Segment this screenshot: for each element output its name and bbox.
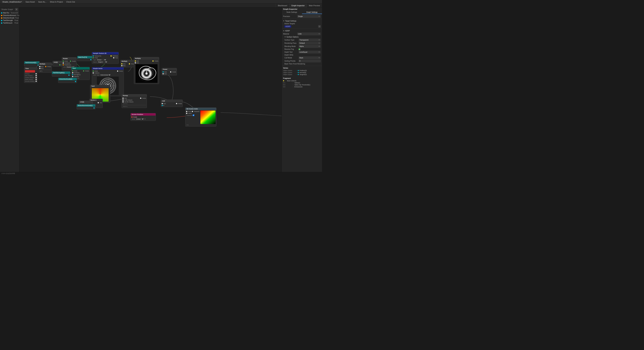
node-body-power: A(4) Out(4) B(4) xyxy=(162,70,177,75)
tab-blackboard[interactable]: Blackboard xyxy=(276,4,289,7)
node-distortion-amount-ref[interactable]: DistortionAmount(1) xyxy=(77,104,96,109)
target-settings-header[interactable]: ▼ Target Settings xyxy=(282,19,322,22)
port-sine: Sine Time(1) xyxy=(25,75,37,76)
node-add[interactable]: Add A(1) Out(4) B xyxy=(161,100,183,107)
tab-graph-inspector[interactable]: Graph Inspector xyxy=(289,4,307,7)
port-dot-outminmax xyxy=(122,101,124,102)
shader-graph-canvas[interactable]: TwirlAmount(1) Time Time(1) Sine Time(1) xyxy=(19,7,282,175)
save-asset-btn[interactable]: Save Asset xyxy=(24,0,36,3)
port-out-noise: Out(1) xyxy=(117,70,123,72)
port-dot-tex xyxy=(93,55,94,56)
node-body-ds xyxy=(58,80,77,83)
inspector-tabs: Node Settings Graph Settings xyxy=(282,11,322,14)
vertex-port-1: Normal(3) xyxy=(300,72,306,73)
node-hd-scene-color[interactable]: HD Scene Color UV(4) Output(4) Lod(1) xyxy=(185,107,216,127)
node-power[interactable]: Power A(4) Out(4) B(4) xyxy=(162,68,177,75)
type-select[interactable]: Default xyxy=(96,59,106,61)
mode-select[interactable]: Default xyxy=(136,118,144,120)
cull-mode-row: Cull Mode Back ▼ xyxy=(282,56,322,59)
connections-layer xyxy=(19,7,282,175)
port-dot-a-pw xyxy=(162,71,164,72)
surf-triangle: ▼ xyxy=(284,36,286,38)
port-lod-hd: Lod(1) xyxy=(186,112,200,114)
depth-test-row: Depth Test LessEqual ▼ xyxy=(282,50,322,54)
receive-fog-checkbox[interactable] xyxy=(298,48,300,50)
node-spiral-preview[interactable]: Multiply A(4) Out(4) B(4) xyxy=(134,57,159,84)
port-dot-strength xyxy=(72,74,73,75)
check-out-btn[interactable]: Check Out xyxy=(65,0,76,3)
tab-graph-settings[interactable]: Graph Settings xyxy=(302,11,322,14)
node-multiply2[interactable]: Multiply A(4) Out(4) B(4) xyxy=(120,60,136,67)
surface-options-header[interactable]: ▼ Surface Options xyxy=(282,35,322,38)
space-select[interactable]: Tangent xyxy=(97,61,108,63)
chevron-down-icon: ▼ xyxy=(144,118,146,120)
vertex-space-1: Object Space xyxy=(283,72,295,73)
port-uv-rotate: UV(2) Out(2) xyxy=(63,60,76,62)
node-screen-position[interactable]: Screen Position Out(4) Mode Default ▼ xyxy=(130,113,156,121)
port-dot-out-n xyxy=(117,70,118,72)
node-twirl-amount[interactable]: TwirlAmount(1) xyxy=(24,61,40,66)
show-in-project-btn[interactable]: Show In Project xyxy=(49,0,64,3)
tab-bar: Blackboard Graph Inspector Main Preview xyxy=(0,4,322,7)
prop-twirl-strength: TwirlStrength Float xyxy=(0,19,19,22)
save-as-btn[interactable]: Save As... xyxy=(37,0,48,3)
port-rotation-rotate: Rotation(1) xyxy=(63,64,76,66)
frag-arrow-3: → xyxy=(292,86,294,88)
add-property-btn[interactable]: + xyxy=(15,8,18,11)
port-time: Time(1) xyxy=(25,73,37,75)
node-title-da-ref: DistortionAmount(1) xyxy=(77,104,95,107)
node-twirl-strength[interactable]: TwirlStrength(1) xyxy=(52,71,70,76)
node-type-row: Type Default xyxy=(93,59,118,61)
node-body-twirl-amount xyxy=(24,64,40,66)
hdrp-triangle: ▼ xyxy=(283,30,284,32)
main-layout: Shader Graph + MainTex Texture2D Distort… xyxy=(0,7,322,175)
hash-type-row: Hash Type Deterministic xyxy=(93,74,111,76)
surface-type-value[interactable]: Transparent ▼ xyxy=(298,39,321,41)
node-remap[interactable]: Remap In(1) Out(1) In Min Max(2) Out Min… xyxy=(122,94,147,108)
tab-node-settings[interactable]: Node Settings xyxy=(282,11,302,14)
exposure-checkbox[interactable] xyxy=(193,114,194,116)
material-arrow: ▼ xyxy=(318,33,320,35)
add-target-btn[interactable]: + xyxy=(318,25,321,27)
tab-main-preview[interactable]: Main Preview xyxy=(307,4,322,7)
node-body-hd: UV(4) Output(4) Lod(1) Exposure xyxy=(186,110,216,126)
precision-section: Precision Single ▼ xyxy=(282,14,322,19)
port-dot-out-sp xyxy=(152,60,154,62)
blending-mode-value[interactable]: Alpha ▼ xyxy=(298,45,321,48)
port-dot-r xyxy=(113,57,114,58)
node-title-noise: Simple Noise xyxy=(92,67,124,70)
active-targets-row: Active Targets xyxy=(282,22,322,25)
node-multiply1[interactable]: Multiply A(1) Out(1) B(1) B(T) xyxy=(38,63,52,73)
port-dot-out-da xyxy=(94,107,95,108)
port-dot-out-screen xyxy=(131,116,132,118)
rendering-pass-row: Rendering Pass Default ▼ xyxy=(282,41,322,45)
port-b-pw: B(4) xyxy=(162,73,176,75)
hdrp-badge: HDRP xyxy=(284,25,291,27)
port-b-m2: B(4) xyxy=(121,65,135,67)
rendering-pass-value[interactable]: Default ▼ xyxy=(298,42,321,44)
node-maintex-ref[interactable]: MainTex(T2) xyxy=(77,56,92,61)
port-texture-st2d: Texture(T2) RGBA(4) xyxy=(93,55,118,57)
node-time[interactable]: Time Time(1) Sine Time(1) Cosine Time(1)… xyxy=(24,67,38,83)
port-minmax-remap: In Min Max(2) xyxy=(122,99,146,101)
port-dot-a-sp xyxy=(135,60,136,62)
depth-write-row: Depth Write xyxy=(282,54,322,56)
cull-mode-value[interactable]: Back ▼ xyxy=(298,56,321,59)
port-cosine: Cosine Time(1) xyxy=(25,76,37,78)
node-sample-texture2d[interactable]: Sample Texture 2D Texture(T2) RGBA(4) UV… xyxy=(92,52,119,64)
surface-type-label: Surface Type xyxy=(284,39,298,41)
port-outminmax-remap: Out Min Max(2) xyxy=(122,101,146,103)
material-value[interactable]: Unlit ▼ xyxy=(297,33,321,35)
precision-value[interactable]: Single ▼ xyxy=(297,15,321,18)
hash-select[interactable]: Deterministic xyxy=(100,74,111,76)
receive-fog-row: Receive Fog xyxy=(282,48,322,50)
node-distortion-scale-ref[interactable]: DistortionScale(1) xyxy=(58,78,77,83)
sorting-priority-row: Sorting Priority 0 xyxy=(282,59,322,63)
hdrp-section-header[interactable]: ▼ HDRP xyxy=(282,29,322,32)
depth-test-value[interactable]: LessEqual ▼ xyxy=(298,51,321,53)
node-title-remap: Remap xyxy=(122,94,147,97)
depth-write-label: Depth Write xyxy=(284,54,298,56)
port-dot-out-v2 xyxy=(98,102,99,103)
frag-row-3: 0 0 → Emission(3) xyxy=(283,86,321,88)
sorting-priority-value[interactable]: 0 xyxy=(298,60,321,62)
